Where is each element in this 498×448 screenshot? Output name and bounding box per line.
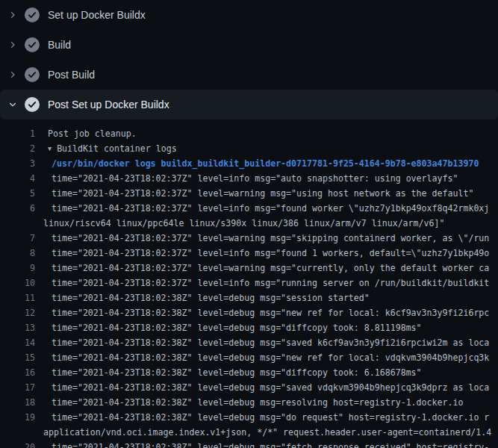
log-line: 14time="2021-04-23T18:02:38Z" level=debu… [0,335,498,350]
log-line: 3/usr/bin/docker logs buildx_buildkit_bu… [0,156,498,171]
log-line-number[interactable]: 12 [0,305,35,320]
step-row-build[interactable]: Build [0,30,498,60]
log-line: 19time="2021-04-23T18:02:38Z" level=debu… [0,410,498,425]
step-row-post-build[interactable]: Post Build [0,60,498,90]
chevron-right-icon [7,9,19,21]
log-line-number[interactable]: 5 [0,186,35,201]
group-collapse-triangle-icon: ▼ [48,141,52,156]
log-line: 5time="2021-04-23T18:02:37Z" level=warni… [0,186,498,201]
log-line: application/vnd.oci.image.index.v1+json,… [0,425,498,440]
step-label: Post Build [48,69,95,81]
chevron-right-icon [7,69,19,81]
log-line: 9time="2021-04-23T18:02:37Z" level=warni… [0,261,498,276]
log-line: 8time="2021-04-23T18:02:37Z" level=info … [0,246,498,261]
log-line-number[interactable]: 16 [0,365,35,380]
log-text: time="2021-04-23T18:02:37Z" level=warnin… [52,186,473,201]
log-line-number[interactable]: 8 [0,246,35,261]
log-line: 15time="2021-04-23T18:02:38Z" level=debu… [0,350,498,365]
log-line-number[interactable]: 15 [0,350,35,365]
log-line: 18time="2021-04-23T18:02:38Z" level=debu… [0,395,498,410]
log-line-number[interactable]: 7 [0,231,35,246]
log-line-number[interactable]: 13 [0,320,35,335]
log-line-number[interactable]: 3 [0,156,35,171]
step-status-check-icon [25,37,40,52]
step-status-check-icon [25,67,40,82]
log-text: time="2021-04-23T18:02:37Z" level=info m… [52,276,489,290]
log-group-row[interactable]: 2▼BuildKit container logs [0,141,498,156]
log-line-number[interactable]: 18 [0,395,35,410]
log-line: 11time="2021-04-23T18:02:38Z" level=debu… [0,290,498,305]
log-text: time="2021-04-23T18:02:37Z" level=info m… [52,246,489,261]
log-text: time="2021-04-23T18:02:38Z" level=debug … [52,410,489,425]
log-line-number[interactable]: 11 [0,290,35,305]
log-text: Post job cleanup. [48,126,137,141]
log-line-number[interactable]: 20 [0,440,35,448]
log-line-number[interactable]: 1 [0,126,35,141]
log-line: 10time="2021-04-23T18:02:37Z" level=info… [0,276,498,290]
log-line: 20time="2021-04-23T18:02:38Z" level=debu… [0,440,498,448]
log-text: time="2021-04-23T18:02:38Z" level=debug … [52,320,422,335]
step-row-post-set-up-docker-buildx[interactable]: Post Set up Docker Buildx [0,90,498,119]
log-line-number[interactable]: 6 [0,201,35,216]
log-text: time="2021-04-23T18:02:38Z" level=debug … [52,305,489,320]
log-line: 1Post job cleanup. [0,126,498,141]
log-text: time="2021-04-23T18:02:38Z" level=debug … [52,380,489,395]
log-text: time="2021-04-23T18:02:38Z" level=debug … [52,440,489,448]
step-label: Post Set up Docker Buildx [48,99,169,111]
step-label: Set up Docker Buildx [48,9,146,21]
log-line-number [0,216,35,231]
log-text: time="2021-04-23T18:02:38Z" level=debug … [52,365,422,380]
log-line-number[interactable]: 17 [0,380,35,395]
log-text: time="2021-04-23T18:02:37Z" level=info m… [52,201,489,216]
log-line: linux/riscv64 linux/ppc64le linux/s390x … [0,216,498,231]
chevron-down-icon [7,99,19,111]
log-text: time="2021-04-23T18:02:38Z" level=debug … [52,290,370,305]
log-command-text: /usr/bin/docker logs buildx_buildkit_bui… [52,156,479,171]
log-lines: 1Post job cleanup.2▼BuildKit container l… [0,119,498,448]
log-line: 4time="2021-04-23T18:02:37Z" level=info … [0,171,498,186]
log-text: application/vnd.oci.image.index.v1+json,… [43,425,491,440]
log-text: time="2021-04-23T18:02:37Z" level=info m… [52,171,458,186]
log-line: 17time="2021-04-23T18:02:38Z" level=debu… [0,380,498,395]
log-text: time="2021-04-23T18:02:38Z" level=debug … [52,335,489,350]
log-line-number[interactable]: 4 [0,171,35,186]
step-status-check-icon [25,7,40,22]
log-line-number[interactable]: 9 [0,261,35,276]
log-line: 13time="2021-04-23T18:02:38Z" level=debu… [0,320,498,335]
log-text: ▼BuildKit container logs [48,141,177,156]
log-line: 6time="2021-04-23T18:02:37Z" level=info … [0,201,498,216]
log-line-number[interactable]: 14 [0,335,35,350]
log-line: 16time="2021-04-23T18:02:38Z" level=debu… [0,365,498,380]
step-row-set-up-docker-buildx[interactable]: Set up Docker Buildx [0,0,498,30]
step-label: Build [48,39,71,51]
log-line: 12time="2021-04-23T18:02:38Z" level=debu… [0,305,498,320]
step-status-check-icon [25,97,40,112]
log-line: 7time="2021-04-23T18:02:37Z" level=warni… [0,231,498,246]
log-line-number[interactable]: 2 [0,141,35,156]
log-text: time="2021-04-23T18:02:37Z" level=warnin… [52,231,489,246]
log-text: linux/riscv64 linux/ppc64le linux/s390x … [43,216,444,231]
log-text: time="2021-04-23T18:02:37Z" level=warnin… [52,261,489,276]
log-text: time="2021-04-23T18:02:38Z" level=debug … [52,350,489,365]
log-line-number[interactable]: 10 [0,276,35,290]
log-line-number[interactable]: 19 [0,410,35,425]
chevron-right-icon [7,39,19,51]
steps-list: Set up Docker Buildx Build Post Build Po… [0,0,498,119]
log-text: time="2021-04-23T18:02:38Z" level=debug … [52,395,463,410]
log-line-number [0,425,35,440]
